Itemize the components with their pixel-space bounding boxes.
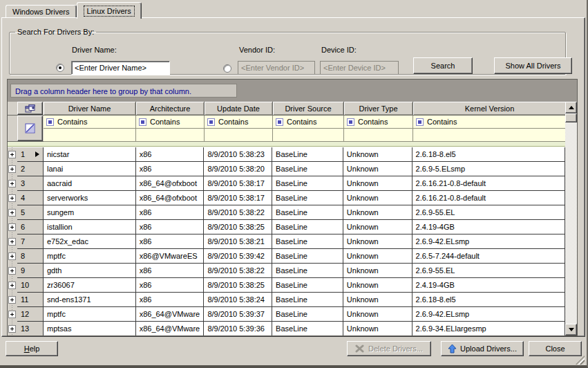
tab-windows-drivers[interactable]: Windows Drivers: [6, 5, 77, 17]
filter-input-update-date[interactable]: [205, 129, 273, 142]
help-button[interactable]: Help: [6, 341, 58, 356]
resize-grip[interactable]: [576, 356, 585, 365]
scroll-up-button[interactable]: [565, 102, 577, 113]
row-indicator[interactable]: 7: [17, 234, 44, 249]
expand-button[interactable]: [8, 165, 16, 173]
row-gutter: [8, 147, 17, 162]
column-header-kernel-version[interactable]: Kernel Version: [413, 102, 567, 116]
group-by-panel[interactable]: Drag a column header here to group by th…: [8, 80, 577, 102]
table-row[interactable]: 10zr36067x868/9/2010 5:38:25BaseLineUnkn…: [8, 278, 565, 293]
row-indicator[interactable]: 10: [17, 278, 44, 293]
upload-drivers-button[interactable]: Upload Drivers...: [441, 341, 524, 356]
vertical-scrollbar[interactable]: [565, 102, 577, 335]
row-indicator[interactable]: 8: [17, 249, 44, 264]
filter-checkbox-icon[interactable]: [207, 118, 215, 126]
filter-cell-driver-type[interactable]: Contains: [344, 116, 413, 129]
filter-cell-driver-source[interactable]: Contains: [273, 116, 344, 129]
row-indicator[interactable]: 11: [17, 293, 44, 307]
tab-linux-drivers[interactable]: Linux Drivers: [77, 2, 142, 19]
table-row[interactable]: 11snd-ens1371x868/9/2010 5:38:24BaseLine…: [8, 293, 565, 307]
expand-button[interactable]: [8, 194, 16, 202]
row-indicator[interactable]: 5: [17, 205, 44, 220]
filter-checkbox-icon[interactable]: [46, 118, 54, 126]
table-row[interactable]: 1nicstarx868/9/2010 5:38:23BaseLineUnkno…: [8, 147, 565, 162]
vendor-device-radio[interactable]: [223, 64, 231, 73]
filter-corner-cell: [8, 116, 44, 142]
expand-button[interactable]: [8, 151, 16, 158]
table-row[interactable]: 2lanaix868/9/2010 5:38:20BaseLineUnknown…: [8, 162, 565, 176]
expand-button[interactable]: [8, 282, 16, 289]
expand-button[interactable]: [8, 325, 16, 333]
device-id-input[interactable]: [320, 61, 399, 75]
cell-update-date: 8/9/2010 5:38:22: [204, 205, 272, 220]
cell-driver-name: zr36067: [44, 278, 136, 293]
cell-update-date: 8/9/2010 5:38:21: [204, 234, 272, 249]
filter-row: ContainsContainsContainsContainsContains…: [8, 116, 567, 142]
row-indicator[interactable]: 3: [17, 176, 44, 191]
row-indicator[interactable]: 6: [17, 220, 44, 234]
close-button[interactable]: Close: [529, 341, 582, 356]
table-row[interactable]: 13mptsasx86_64@VMware8/9/2010 5:39:36Bas…: [8, 322, 565, 335]
filter-input-driver-name[interactable]: [44, 129, 136, 142]
customize-columns-button[interactable]: [17, 102, 43, 115]
filter-cell-driver-name[interactable]: Contains: [44, 116, 136, 129]
vendor-id-input[interactable]: [238, 61, 315, 75]
filter-input-driver-source[interactable]: [273, 129, 344, 142]
table-row[interactable]: 5sungemx868/9/2010 5:38:22BaseLineUnknow…: [8, 205, 565, 220]
column-header-driver-name[interactable]: Driver Name: [44, 102, 136, 116]
table-row[interactable]: 7e752x_edacx868/9/2010 5:38:21BaseLineUn…: [8, 234, 565, 249]
filter-checkbox-icon[interactable]: [139, 118, 146, 126]
driver-name-radio[interactable]: [56, 64, 64, 72]
cell-driver-name: mptsas: [44, 322, 136, 335]
expand-button[interactable]: [8, 209, 16, 217]
column-header-driver-type[interactable]: Driver Type: [344, 102, 413, 116]
filter-checkbox-icon[interactable]: [276, 118, 283, 126]
cell-architecture: x86: [136, 264, 205, 278]
table-row[interactable]: 3aacraidx86_64@ofxboot8/9/2010 5:38:17Ba…: [8, 176, 565, 191]
scrollbar-thumb[interactable]: [565, 113, 577, 122]
row-indicator[interactable]: 9: [17, 264, 44, 278]
filter-cell-architecture[interactable]: Contains: [136, 116, 205, 129]
filter-icon-button[interactable]: [17, 116, 43, 141]
show-all-drivers-button[interactable]: Show All Drivers: [494, 57, 572, 74]
filter-checkbox-icon[interactable]: [416, 118, 424, 126]
column-header-architecture[interactable]: Architecture: [136, 102, 205, 116]
filter-operator-label: Contains: [218, 118, 248, 126]
table-row[interactable]: 4serverworksx86_64@ofxboot8/9/2010 5:38:…: [8, 191, 565, 205]
table-row[interactable]: 12mptfcx86_64@VMware8/9/2010 5:39:37Base…: [8, 307, 565, 322]
table-row[interactable]: 8mptfcx86@VMwareES8/9/2010 5:39:42BaseLi…: [8, 249, 565, 264]
search-button[interactable]: Search: [413, 57, 473, 74]
expand-button[interactable]: [8, 267, 16, 275]
expand-button[interactable]: [8, 238, 16, 246]
row-indicator[interactable]: 1: [17, 147, 44, 162]
filter-input-kernel-version[interactable]: [413, 129, 567, 142]
table-row[interactable]: 9gdthx868/9/2010 5:38:22BaseLineUnknown2…: [8, 264, 565, 278]
expand-button[interactable]: [8, 180, 16, 187]
filter-checkbox-icon[interactable]: [347, 118, 354, 126]
row-indicator[interactable]: 2: [17, 162, 44, 176]
expand-button[interactable]: [8, 252, 16, 260]
column-header-driver-source[interactable]: Driver Source: [273, 102, 344, 116]
filter-input-driver-type[interactable]: [344, 129, 413, 142]
expand-button[interactable]: [8, 223, 16, 231]
row-indicator[interactable]: 13: [17, 322, 44, 335]
cell-driver-source: BaseLine: [272, 147, 343, 162]
filter-cell-update-date[interactable]: Contains: [205, 116, 273, 129]
filter-operator-label: Contains: [57, 118, 87, 126]
row-indicator[interactable]: 4: [17, 191, 44, 205]
column-header-update-date[interactable]: Update Date: [205, 102, 273, 116]
row-gutter: [8, 278, 17, 293]
scroll-down-button[interactable]: [565, 324, 577, 335]
cell-architecture: x86: [136, 162, 205, 176]
expand-button[interactable]: [8, 311, 16, 318]
driver-name-input[interactable]: [71, 61, 170, 75]
filter-input-architecture[interactable]: [136, 129, 205, 142]
table-row[interactable]: 6istallionx868/9/2010 5:38:25BaseLineUnk…: [8, 220, 565, 234]
expand-button[interactable]: [8, 296, 16, 304]
cell-driver-source: BaseLine: [272, 293, 343, 307]
row-gutter: [8, 322, 17, 335]
cell-kernel-version: 2.6.18-8.el5: [412, 147, 565, 162]
filter-cell-kernel-version[interactable]: Contains: [413, 116, 567, 129]
delete-drivers-button[interactable]: Delete Drivers...: [347, 341, 431, 356]
row-indicator[interactable]: 12: [17, 307, 44, 322]
